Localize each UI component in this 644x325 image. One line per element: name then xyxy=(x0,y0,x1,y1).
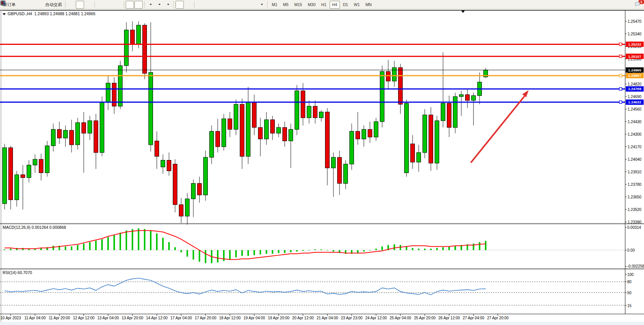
candle-body xyxy=(289,129,293,141)
macd-histogram-bar xyxy=(454,246,456,250)
candle-body xyxy=(362,129,366,139)
time-axis-label: 13 Apr 20:00 xyxy=(122,316,143,320)
hline-handle[interactable] xyxy=(619,74,622,77)
chart-canvas: 1.254701.253401.252101.250801.249501.248… xyxy=(0,0,644,325)
symbol-dropdown-icon[interactable] xyxy=(3,13,6,15)
macd-histogram-bar xyxy=(126,230,127,250)
candle-body xyxy=(179,205,183,216)
candle-body xyxy=(380,71,384,122)
macd-histogram-bar xyxy=(302,250,304,251)
macd-histogram-bar xyxy=(95,241,97,250)
macd-histogram-bar xyxy=(71,246,72,250)
candle-body xyxy=(27,165,31,178)
price-tag-1.24907: 1.24907 xyxy=(628,73,641,78)
candle-body xyxy=(167,160,171,171)
hline-handle[interactable] xyxy=(619,101,622,103)
macd-histogram-bar xyxy=(296,250,298,252)
trend-arrow-head[interactable] xyxy=(522,90,529,97)
macd-histogram-bar xyxy=(199,250,200,262)
macd-histogram-bar xyxy=(65,246,66,250)
macd-histogram-bar xyxy=(89,242,91,250)
time-axis-label: 25 Apr 04:00 xyxy=(390,316,411,320)
macd-histogram-bar xyxy=(4,249,5,250)
rsi-indicator-label: RSI(14) 60.7070 xyxy=(3,270,32,275)
trend-arrow[interactable] xyxy=(471,96,524,163)
macd-histogram-bar xyxy=(418,249,419,250)
macd-histogram-bar xyxy=(132,229,133,250)
candle-body xyxy=(429,115,433,163)
candle-body xyxy=(386,71,391,81)
candle-body xyxy=(118,66,123,106)
candle-body xyxy=(94,120,98,152)
hline-handle[interactable] xyxy=(619,43,622,46)
chart-ohlc-quotes: 1.24893 1.24988 1.24881 1.24965 xyxy=(34,11,96,16)
time-axis-label: 26 Apr 12:00 xyxy=(438,316,460,320)
candle-body xyxy=(45,146,49,173)
macd-histogram-bar xyxy=(320,249,322,250)
candle-body xyxy=(137,25,141,44)
price-axis-label: 1.24430 xyxy=(628,120,642,124)
time-axis-label: 19 Apr 20:00 xyxy=(268,316,290,320)
macd-histogram-bar xyxy=(253,250,255,255)
hline-handle[interactable] xyxy=(619,87,622,90)
candle-body xyxy=(39,159,43,173)
candle-body xyxy=(319,112,324,118)
price-axis-label: 1.24040 xyxy=(628,157,642,162)
macd-histogram-bar xyxy=(363,250,365,252)
macd-axis-label: 0.00 xyxy=(627,248,635,252)
time-axis-label: 27 Apr 20:00 xyxy=(487,316,509,320)
candle-body xyxy=(313,106,317,117)
macd-histogram-bar xyxy=(174,247,176,250)
candle-body xyxy=(33,159,37,165)
macd-histogram-bar xyxy=(247,250,249,256)
price-tag-1.24632: 1.24632 xyxy=(628,100,641,104)
macd-histogram-bar xyxy=(187,250,188,257)
macd-histogram-bar xyxy=(314,249,316,250)
candle-body xyxy=(173,164,177,205)
candle-body xyxy=(447,103,451,127)
macd-indicator-label: MACD(12,26,9) 0.001264 0.000868 xyxy=(3,225,66,230)
macd-axis-label: -0.002258 xyxy=(627,264,644,268)
candle-body xyxy=(325,112,330,168)
macd-histogram-bar xyxy=(442,247,444,250)
macd-histogram-bar xyxy=(83,244,84,250)
candle-body xyxy=(271,120,275,133)
macd-histogram-bar xyxy=(10,249,11,250)
rsi-name: RSI(14) xyxy=(3,270,16,275)
candle-body xyxy=(252,102,257,127)
macd-histogram-bar xyxy=(394,244,395,250)
candle-body xyxy=(265,120,269,139)
macd-histogram-bar xyxy=(406,246,407,250)
macd-axis-label: 0.00314 xyxy=(627,225,641,230)
candle-body xyxy=(100,102,104,152)
macd-histogram-bar xyxy=(485,241,486,250)
macd-histogram-bar xyxy=(162,238,164,250)
hline-handle[interactable] xyxy=(619,55,622,58)
macd-histogram-bar xyxy=(180,250,182,252)
candle-body xyxy=(301,91,305,118)
candle-body xyxy=(222,119,226,147)
candle-body xyxy=(149,73,153,145)
price-axis-label: 1.23650 xyxy=(628,195,642,199)
macd-histogram-bar xyxy=(138,228,139,250)
candle-body xyxy=(417,152,421,162)
candle-body xyxy=(51,129,56,146)
candle-body xyxy=(240,104,244,156)
rsi-line xyxy=(5,278,486,295)
period-marker-icon xyxy=(461,11,465,13)
candle-body xyxy=(441,103,445,121)
macd-histogram-bar xyxy=(156,233,158,250)
time-axis-label: 19 Apr 04:00 xyxy=(244,316,265,320)
candle-body xyxy=(277,127,281,133)
price-tag-1.24965: 1.24965 xyxy=(628,68,641,72)
price-axis-label: 1.23390 xyxy=(628,220,642,224)
rsi-axis-label: 80 xyxy=(627,280,632,284)
candle-body xyxy=(21,175,25,178)
macd-histogram-bar xyxy=(193,250,194,260)
candle-body xyxy=(423,115,427,152)
candle-body xyxy=(210,131,214,157)
time-axis-label: 12 Apr 12:00 xyxy=(73,316,95,320)
candle-body xyxy=(307,106,311,117)
macd-histogram-bar xyxy=(144,229,145,250)
candle-body xyxy=(368,129,372,137)
